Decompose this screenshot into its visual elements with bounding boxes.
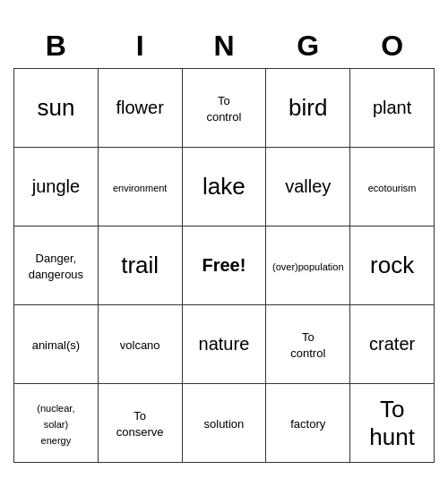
bingo-cell: trail: [98, 226, 182, 305]
cell-text: sun: [37, 94, 74, 121]
cell-text: jungle: [32, 176, 80, 196]
bingo-cell: flower: [98, 69, 182, 148]
bingo-cell: To control: [266, 305, 350, 384]
bingo-cell: plant: [350, 69, 435, 148]
cell-text: ecotourism: [368, 183, 417, 193]
cell-text: To control: [290, 330, 325, 360]
header-letter: I: [98, 24, 182, 69]
cell-text: animal(s): [32, 338, 80, 352]
bingo-cell: environment: [98, 148, 182, 226]
bingo-cell: Free!: [182, 226, 266, 305]
cell-text: solution: [204, 417, 245, 431]
cell-text: plant: [373, 98, 411, 117]
bingo-cell: (nuclear, solar) energy: [14, 384, 99, 463]
bingo-row: Danger, dangeroustrailFree!(over)populat…: [14, 226, 435, 305]
bingo-cell: Danger, dangerous: [14, 226, 99, 305]
bingo-row: jungleenvironmentlakevalleyecotourism: [14, 148, 435, 226]
cell-text: valley: [285, 176, 331, 196]
bingo-cell: valley: [266, 148, 350, 226]
bingo-row: (nuclear, solar) energyTo conservesoluti…: [14, 384, 435, 463]
bingo-cell: crater: [350, 305, 435, 384]
cell-text: factory: [290, 417, 325, 431]
bingo-cell: bird: [266, 69, 350, 148]
bingo-cell: To hunt: [350, 384, 435, 463]
cell-text: Danger, dangerous: [29, 252, 83, 281]
cell-text: nature: [199, 334, 250, 354]
bingo-cell: (over)population: [266, 226, 350, 305]
cell-text: rock: [370, 252, 414, 278]
header-letter: O: [350, 24, 435, 69]
cell-text: flower: [116, 98, 163, 117]
cell-text: To conserve: [116, 409, 164, 439]
cell-text: bird: [289, 94, 327, 121]
header-letter: B: [14, 24, 99, 69]
cell-text: crater: [369, 334, 415, 354]
cell-text: lake: [202, 173, 246, 200]
bingo-cell: nature: [182, 305, 266, 384]
bingo-cell: volcano: [98, 305, 182, 384]
bingo-cell: lake: [182, 148, 266, 226]
bingo-cell: rock: [350, 226, 435, 305]
bingo-cell: To conserve: [98, 384, 182, 463]
cell-text: volcano: [120, 338, 160, 352]
bingo-row: sunflowerTo controlbirdplant: [14, 69, 435, 148]
bingo-cell: ecotourism: [350, 148, 435, 226]
cell-text: (over)population: [272, 261, 344, 272]
cell-text: Free!: [202, 255, 246, 275]
bingo-cell: factory: [266, 384, 350, 463]
cell-text: trail: [121, 252, 159, 278]
bingo-cell: sun: [14, 69, 99, 148]
bingo-cell: solution: [182, 384, 266, 463]
header-letter: G: [266, 24, 350, 69]
header-letter: N: [182, 24, 266, 69]
cell-text: To control: [206, 94, 241, 124]
bingo-cell: animal(s): [14, 305, 99, 384]
bingo-header: BINGO: [14, 24, 435, 69]
cell-text: environment: [113, 183, 168, 193]
cell-text: To hunt: [369, 396, 415, 450]
bingo-cell: To control: [182, 69, 266, 148]
bingo-row: animal(s)volcanonatureTo controlcrater: [14, 305, 435, 384]
bingo-cell: jungle: [14, 148, 99, 226]
cell-text: (nuclear, solar) energy: [37, 403, 74, 446]
